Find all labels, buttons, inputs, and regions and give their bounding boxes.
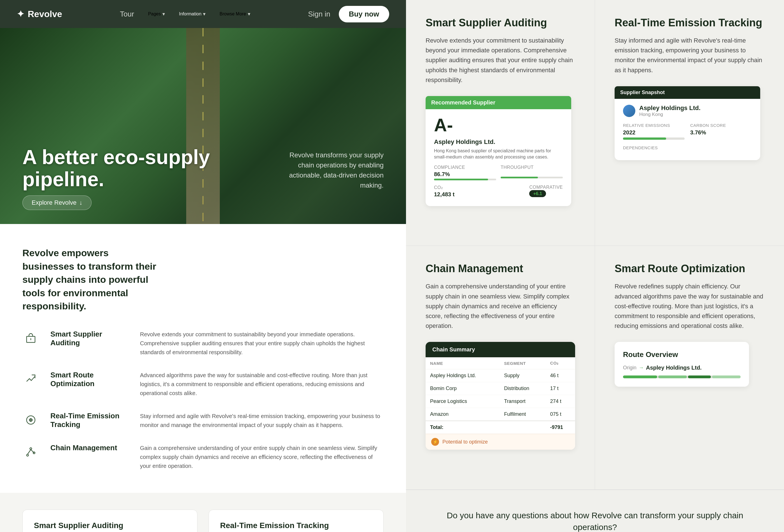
- feature-title-supplier: Smart Supplier Auditing: [50, 330, 129, 347]
- bottom-card-supplier: Smart Supplier Auditing Revolve extends …: [22, 510, 197, 532]
- chain-card-header: Chain Summary: [426, 342, 575, 357]
- feature-card-supplier: Smart Supplier Auditing Revolve extends …: [406, 0, 595, 246]
- building-icon: [25, 333, 36, 344]
- supplier-card-title: Smart Supplier Auditing: [426, 17, 575, 29]
- bottom-card-supplier-title: Smart Supplier Auditing: [34, 521, 186, 530]
- emission-bar: [623, 138, 684, 140]
- emission-icon: [22, 412, 39, 428]
- emission-metrics: RELATIVE EMISSIONS 2022 CARBON SCORE 3.7…: [623, 123, 752, 152]
- description-section: Revolve empowers businesses to transform…: [0, 224, 406, 493]
- features-list: Smart Supplier Auditing Revolve extends …: [22, 330, 384, 470]
- feature-card-emission: Real-Time Emission Tracking Stay informe…: [595, 0, 784, 246]
- feature-item-emission: Real-Time Emission Tracking Stay informe…: [22, 412, 384, 429]
- left-panel: ✦ Revolve Tour Pages ▾ Information ▾ Bro…: [0, 0, 406, 532]
- compliance-bar: [434, 179, 496, 180]
- optimize-icon: ⚡: [431, 438, 439, 446]
- feature-desc-emission: Stay informed and agile with Revolve's r…: [140, 412, 384, 429]
- route-optimization-icon: [22, 371, 39, 388]
- chain-table: NAME SEGMENT CO₂ Aspley Holdings Ltd. Su…: [426, 357, 575, 434]
- dependencies-metric: DEPENDENCIES: [623, 145, 684, 152]
- route-bar: [623, 375, 740, 378]
- route-card-desc: Revolve redefines supply chain efficienc…: [615, 281, 764, 331]
- feature-item-supplier: Smart Supplier Auditing Revolve extends …: [22, 330, 384, 357]
- emission-card-desc: Stay informed and agile with Revolve's r…: [615, 35, 764, 75]
- explore-button[interactable]: Explore Revolve ↓: [22, 195, 91, 210]
- route-icon: [25, 373, 36, 385]
- feature-item-route: Smart Route Optimization Advanced algori…: [22, 371, 384, 398]
- emission-supplier-info: Aspley Holdings Ltd. Hong Kong: [623, 105, 752, 117]
- table-row: Bomin Corp Distribution 17 t: [426, 382, 575, 395]
- route-info-card: Route Overview Origin → Aspley Holdings …: [615, 342, 749, 387]
- chain-icon: [25, 446, 36, 457]
- co2-row: CO₂ 12,483 t COMPARATIVE +6.1: [434, 185, 563, 198]
- signin-link[interactable]: Sign in: [308, 10, 330, 19]
- hero-road-graphic: [186, 28, 220, 224]
- emission-card-header: Supplier Snapshot: [615, 86, 760, 99]
- buy-now-button[interactable]: Buy now: [339, 6, 389, 22]
- supplier-metrics: COMPLIANCE 86.7% THROUGHPUT: [434, 165, 563, 180]
- feature-desc-chain: Gain a comprehensive understanding of yo…: [140, 444, 384, 470]
- arrow-down-icon: ↓: [79, 199, 82, 206]
- comparative-badge: +6.1: [529, 190, 546, 197]
- feature-title-route: Smart Route Optimization: [50, 371, 129, 388]
- emission-info-card: Supplier Snapshot Aspley Holdings Ltd. H…: [615, 86, 760, 160]
- route-overview-title: Route Overview: [623, 350, 740, 359]
- supplier-location: Hong Kong based supplier of specialized …: [434, 148, 563, 161]
- table-row: Pearce Logistics Transport 274 t: [426, 395, 575, 408]
- table-row: Amazon Fulfilment 075 t: [426, 408, 575, 421]
- bottom-card-emission-title: Real-Time Emission Tracking: [220, 521, 372, 530]
- nav-browse-dropdown[interactable]: Browse More ▾: [220, 11, 250, 17]
- right-grid: Smart Supplier Auditing Revolve extends …: [406, 0, 784, 490]
- chain-total-row: Total: -9791: [426, 421, 575, 434]
- feature-desc-supplier: Revolve extends your commitment to susta…: [140, 330, 384, 357]
- logo-icon: ✦: [17, 9, 24, 19]
- hero-subtitle: Revolve transforms your supply chain ope…: [277, 150, 384, 190]
- chain-management-icon: [22, 444, 39, 460]
- supplier-auditing-icon: [22, 330, 39, 347]
- col-name: NAME: [426, 357, 500, 369]
- supplier-grade: A-: [434, 115, 563, 136]
- right-panel: Smart Supplier Auditing Revolve extends …: [406, 0, 784, 532]
- nav-links: Tour Pages ▾ Information ▾ Browse More ▾: [120, 10, 250, 19]
- chevron-down-icon: ▾: [248, 11, 250, 17]
- feature-card-route: Smart Route Optimization Revolve redefin…: [595, 246, 784, 490]
- hero-content: A better eco-supply pipeline. Revolve tr…: [22, 146, 384, 190]
- feature-item-chain: Chain Management Gain a comprehensive un…: [22, 444, 384, 470]
- supplier-info-card: Recommended Supplier A- Aspley Holdings …: [426, 96, 571, 206]
- comparative-metric: COMPARATIVE +6.1: [529, 185, 563, 198]
- hero-section: A better eco-supply pipeline. Revolve tr…: [0, 28, 406, 224]
- compliance-metric: COMPLIANCE 86.7%: [434, 165, 496, 180]
- bottom-cards-section: Smart Supplier Auditing Revolve extends …: [0, 493, 406, 532]
- supplier-name: Aspley Holdings Ltd.: [434, 138, 563, 146]
- chain-optimize-banner: ⚡ Potential to optimize: [426, 434, 575, 450]
- description-heading: Revolve empowers businesses to transform…: [22, 246, 162, 313]
- feature-title-chain: Chain Management: [50, 444, 129, 452]
- chain-summary-card: Chain Summary NAME SEGMENT CO₂ Aspley Ho…: [426, 342, 575, 450]
- emission-supplier-details: Aspley Holdings Ltd. Hong Kong: [639, 105, 701, 117]
- emission-card-title: Real-Time Emission Tracking: [615, 17, 764, 29]
- svg-point-4: [27, 454, 29, 456]
- nav-actions: Sign in Buy now: [308, 6, 389, 22]
- cta-text: Do you have any questions about how Revo…: [426, 510, 764, 532]
- nav-information-dropdown[interactable]: Information ▾: [179, 11, 205, 17]
- emission-tracking-icon: [25, 414, 36, 426]
- co2-metric: CO₂ 12,483 t: [434, 185, 454, 198]
- route-card-title: Smart Route Optimization: [615, 263, 764, 275]
- brand-logo[interactable]: ✦ Revolve: [17, 9, 62, 19]
- route-origin: Origin → Aspley Holdings Ltd.: [623, 365, 740, 371]
- feature-title-emission: Real-Time Emission Tracking: [50, 412, 129, 429]
- navbar: ✦ Revolve Tour Pages ▾ Information ▾ Bro…: [0, 0, 406, 28]
- col-co2: CO₂: [546, 357, 575, 369]
- chain-card-title: Chain Management: [426, 263, 575, 275]
- nav-tour[interactable]: Tour: [120, 10, 134, 19]
- table-row: Aspley Holdings Ltd. Supply 46 t: [426, 369, 575, 382]
- nav-pages-dropdown[interactable]: Pages ▾: [148, 11, 165, 17]
- relative-emissions-metric: RELATIVE EMISSIONS 2022: [623, 123, 684, 140]
- feature-desc-route: Advanced algorithms pave the way for sus…: [140, 371, 384, 398]
- emission-avatar: [623, 105, 635, 117]
- chevron-down-icon: ▾: [203, 11, 205, 17]
- chain-card-desc: Gain a comprehensive understanding of yo…: [426, 281, 575, 331]
- col-segment: SEGMENT: [500, 357, 546, 369]
- bottom-card-emission: Real-Time Emission Tracking Stay informe…: [208, 510, 384, 532]
- throughput-metric: THROUGHPUT: [501, 165, 563, 180]
